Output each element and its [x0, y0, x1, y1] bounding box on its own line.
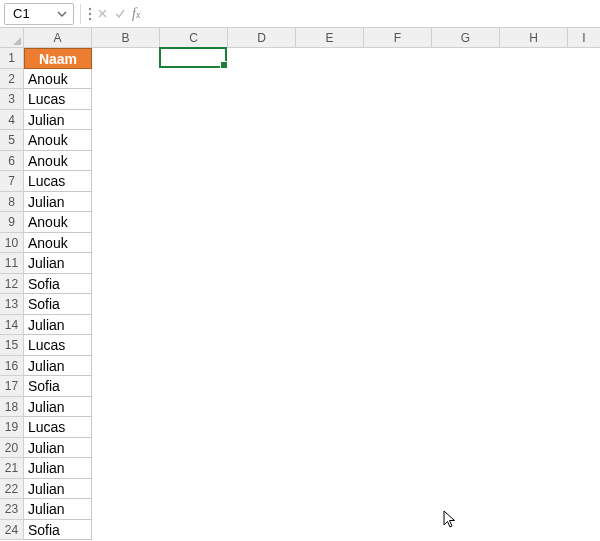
empty-cells[interactable] — [92, 110, 600, 131]
table-row: 15Lucas — [0, 335, 600, 356]
cell-a4[interactable]: Julian — [24, 110, 92, 131]
check-icon[interactable] — [114, 8, 126, 19]
cell-a24[interactable]: Sofia — [24, 520, 92, 541]
empty-cells[interactable] — [92, 130, 600, 151]
cell-a23[interactable]: Julian — [24, 499, 92, 520]
cell-a5[interactable]: Anouk — [24, 130, 92, 151]
cell-a16[interactable]: Julian — [24, 356, 92, 377]
cell-a19[interactable]: Lucas — [24, 417, 92, 438]
empty-cells[interactable] — [92, 335, 600, 356]
empty-cells[interactable] — [92, 274, 600, 295]
column-header-b[interactable]: B — [92, 28, 160, 47]
row-header-12[interactable]: 12 — [0, 274, 24, 295]
column-header-i[interactable]: I — [568, 28, 600, 47]
row-header-19[interactable]: 19 — [0, 417, 24, 438]
row-header-8[interactable]: 8 — [0, 192, 24, 213]
cell-a6[interactable]: Anouk — [24, 151, 92, 172]
empty-cells[interactable] — [92, 89, 600, 110]
row-header-7[interactable]: 7 — [0, 171, 24, 192]
name-box-value: C1 — [13, 6, 47, 21]
cell-a3[interactable]: Lucas — [24, 89, 92, 110]
row-header-16[interactable]: 16 — [0, 356, 24, 377]
row-header-14[interactable]: 14 — [0, 315, 24, 336]
empty-cells[interactable] — [92, 69, 600, 90]
row-header-5[interactable]: 5 — [0, 130, 24, 151]
column-header-d[interactable]: D — [228, 28, 296, 47]
column-header-g[interactable]: G — [432, 28, 500, 47]
chevron-down-icon[interactable] — [57, 9, 67, 19]
cell-a14[interactable]: Julian — [24, 315, 92, 336]
empty-cells[interactable] — [92, 192, 600, 213]
row-header-4[interactable]: 4 — [0, 110, 24, 131]
row-header-15[interactable]: 15 — [0, 335, 24, 356]
formula-input[interactable] — [148, 3, 596, 25]
fx-icon[interactable]: fx — [132, 6, 140, 22]
sheet-area[interactable]: ABCDEFGHI 1Naam2Anouk3Lucas4Julian5Anouk… — [0, 28, 600, 541]
header-cell-naam[interactable]: Naam — [24, 48, 92, 69]
empty-cells[interactable] — [92, 253, 600, 274]
empty-cells[interactable] — [92, 438, 600, 459]
cell-a11[interactable]: Julian — [24, 253, 92, 274]
table-row: 17Sofia — [0, 376, 600, 397]
cancel-icon[interactable] — [97, 8, 108, 19]
row-header-17[interactable]: 17 — [0, 376, 24, 397]
empty-cells[interactable] — [92, 48, 600, 69]
table-row: 21Julian — [0, 458, 600, 479]
empty-cells[interactable] — [92, 171, 600, 192]
table-row: 5Anouk — [0, 130, 600, 151]
cell-a10[interactable]: Anouk — [24, 233, 92, 254]
column-header-row: ABCDEFGHI — [0, 28, 600, 48]
table-row: 18Julian — [0, 397, 600, 418]
select-all-corner[interactable] — [0, 28, 24, 47]
row-header-9[interactable]: 9 — [0, 212, 24, 233]
cell-a18[interactable]: Julian — [24, 397, 92, 418]
empty-cells[interactable] — [92, 294, 600, 315]
cell-a15[interactable]: Lucas — [24, 335, 92, 356]
row-header-3[interactable]: 3 — [0, 89, 24, 110]
empty-cells[interactable] — [92, 458, 600, 479]
column-header-e[interactable]: E — [296, 28, 364, 47]
row-header-21[interactable]: 21 — [0, 458, 24, 479]
empty-cells[interactable] — [92, 376, 600, 397]
row-header-2[interactable]: 2 — [0, 69, 24, 90]
row-header-22[interactable]: 22 — [0, 479, 24, 500]
empty-cells[interactable] — [92, 233, 600, 254]
cell-a9[interactable]: Anouk — [24, 212, 92, 233]
row-header-1[interactable]: 1 — [0, 48, 24, 69]
empty-cells[interactable] — [92, 212, 600, 233]
svg-point-0 — [89, 7, 91, 9]
empty-cells[interactable] — [92, 151, 600, 172]
column-header-a[interactable]: A — [24, 28, 92, 47]
row-header-20[interactable]: 20 — [0, 438, 24, 459]
row-header-10[interactable]: 10 — [0, 233, 24, 254]
table-row: 1Naam — [0, 48, 600, 69]
cell-a8[interactable]: Julian — [24, 192, 92, 213]
row-header-11[interactable]: 11 — [0, 253, 24, 274]
empty-cells[interactable] — [92, 315, 600, 336]
row-header-24[interactable]: 24 — [0, 520, 24, 541]
name-box[interactable]: C1 — [4, 3, 74, 25]
cell-a7[interactable]: Lucas — [24, 171, 92, 192]
cell-a21[interactable]: Julian — [24, 458, 92, 479]
row-header-18[interactable]: 18 — [0, 397, 24, 418]
row-header-13[interactable]: 13 — [0, 294, 24, 315]
empty-cells[interactable] — [92, 417, 600, 438]
empty-cells[interactable] — [92, 499, 600, 520]
row-header-6[interactable]: 6 — [0, 151, 24, 172]
empty-cells[interactable] — [92, 397, 600, 418]
empty-cells[interactable] — [92, 479, 600, 500]
cell-a22[interactable]: Julian — [24, 479, 92, 500]
empty-cells[interactable] — [92, 520, 600, 541]
table-row: 11Julian — [0, 253, 600, 274]
column-header-f[interactable]: F — [364, 28, 432, 47]
row-header-23[interactable]: 23 — [0, 499, 24, 520]
column-header-h[interactable]: H — [500, 28, 568, 47]
empty-cells[interactable] — [92, 356, 600, 377]
cell-a12[interactable]: Sofia — [24, 274, 92, 295]
more-icon[interactable] — [87, 7, 93, 21]
column-header-c[interactable]: C — [160, 28, 228, 47]
cell-a20[interactable]: Julian — [24, 438, 92, 459]
cell-a13[interactable]: Sofia — [24, 294, 92, 315]
cell-a17[interactable]: Sofia — [24, 376, 92, 397]
cell-a2[interactable]: Anouk — [24, 69, 92, 90]
